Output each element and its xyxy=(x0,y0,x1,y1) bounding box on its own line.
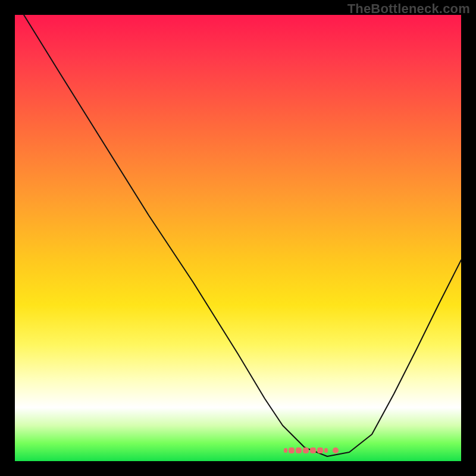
marker-segment xyxy=(310,447,316,453)
marker-segment xyxy=(296,447,302,453)
marker-segment xyxy=(289,447,295,453)
plot-area xyxy=(15,15,461,461)
marker-segment xyxy=(284,448,287,453)
marker-segment xyxy=(317,447,323,453)
optimal-marker xyxy=(284,446,349,455)
curve-path xyxy=(24,15,461,456)
marker-segment xyxy=(303,447,309,453)
marker-segment xyxy=(324,448,328,453)
bottleneck-curve xyxy=(15,15,461,461)
chart-frame: TheBottleneck.com xyxy=(0,0,476,476)
marker-end-dot xyxy=(333,447,339,453)
